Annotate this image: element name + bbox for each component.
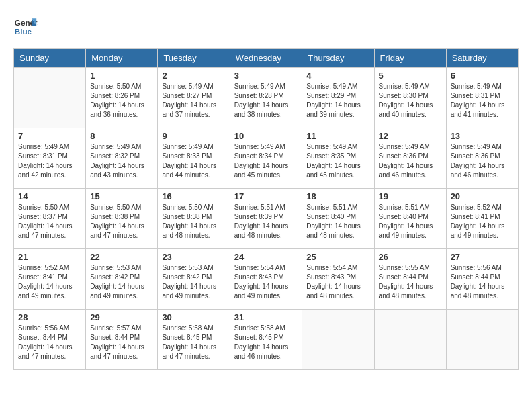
day-number: 2 bbox=[162, 71, 225, 81]
week-row-5: 28Sunrise: 5:56 AMSunset: 8:44 PMDayligh… bbox=[14, 310, 519, 370]
calendar-cell: 30Sunrise: 5:58 AMSunset: 8:45 PMDayligh… bbox=[158, 310, 230, 370]
calendar-cell: 19Sunrise: 5:51 AMSunset: 8:40 PMDayligh… bbox=[374, 189, 446, 249]
day-info: Sunrise: 5:49 AMSunset: 8:30 PMDaylight:… bbox=[379, 82, 442, 120]
week-row-4: 21Sunrise: 5:52 AMSunset: 8:41 PMDayligh… bbox=[14, 249, 519, 310]
svg-text:Blue: Blue bbox=[15, 27, 32, 36]
calendar-table: SundayMondayTuesdayWednesdayThursdayFrid… bbox=[13, 48, 519, 370]
day-number: 11 bbox=[306, 131, 369, 141]
week-row-2: 7Sunrise: 5:49 AMSunset: 8:31 PMDaylight… bbox=[14, 128, 519, 189]
day-number: 15 bbox=[90, 191, 153, 201]
calendar-cell: 27Sunrise: 5:56 AMSunset: 8:44 PMDayligh… bbox=[446, 249, 518, 310]
calendar-cell: 12Sunrise: 5:49 AMSunset: 8:36 PMDayligh… bbox=[374, 128, 446, 189]
day-info: Sunrise: 5:50 AMSunset: 8:37 PMDaylight:… bbox=[18, 203, 81, 240]
day-number: 26 bbox=[379, 252, 442, 262]
calendar-cell: 25Sunrise: 5:54 AMSunset: 8:43 PMDayligh… bbox=[302, 249, 374, 310]
day-info: Sunrise: 5:58 AMSunset: 8:45 PMDaylight:… bbox=[234, 324, 298, 361]
day-header-wednesday: Wednesday bbox=[230, 49, 302, 68]
day-info: Sunrise: 5:51 AMSunset: 8:40 PMDaylight:… bbox=[306, 203, 369, 240]
calendar-cell bbox=[446, 310, 518, 370]
day-info: Sunrise: 5:54 AMSunset: 8:43 PMDaylight:… bbox=[234, 263, 298, 301]
calendar-cell: 15Sunrise: 5:50 AMSunset: 8:38 PMDayligh… bbox=[86, 189, 158, 249]
day-info: Sunrise: 5:49 AMSunset: 8:36 PMDaylight:… bbox=[451, 142, 514, 180]
day-number: 17 bbox=[234, 191, 298, 201]
calendar-cell: 20Sunrise: 5:52 AMSunset: 8:41 PMDayligh… bbox=[446, 189, 518, 249]
day-info: Sunrise: 5:51 AMSunset: 8:40 PMDaylight:… bbox=[379, 203, 442, 240]
day-info: Sunrise: 5:51 AMSunset: 8:39 PMDaylight:… bbox=[234, 203, 298, 240]
calendar-cell: 2Sunrise: 5:49 AMSunset: 8:27 PMDaylight… bbox=[158, 68, 230, 128]
day-info: Sunrise: 5:49 AMSunset: 8:29 PMDaylight:… bbox=[306, 82, 369, 120]
calendar-cell: 3Sunrise: 5:49 AMSunset: 8:28 PMDaylight… bbox=[230, 68, 302, 128]
day-number: 27 bbox=[451, 252, 514, 262]
calendar-cell: 16Sunrise: 5:50 AMSunset: 8:38 PMDayligh… bbox=[158, 189, 230, 249]
calendar-cell: 5Sunrise: 5:49 AMSunset: 8:30 PMDaylight… bbox=[374, 68, 446, 128]
calendar-cell: 1Sunrise: 5:50 AMSunset: 8:26 PMDaylight… bbox=[86, 68, 158, 128]
day-header-monday: Monday bbox=[86, 49, 158, 68]
calendar-header-row: SundayMondayTuesdayWednesdayThursdayFrid… bbox=[14, 49, 519, 68]
day-number: 20 bbox=[451, 191, 514, 201]
calendar-cell: 23Sunrise: 5:53 AMSunset: 8:42 PMDayligh… bbox=[158, 249, 230, 310]
day-header-thursday: Thursday bbox=[302, 49, 374, 68]
day-info: Sunrise: 5:53 AMSunset: 8:42 PMDaylight:… bbox=[90, 263, 153, 301]
calendar-cell: 4Sunrise: 5:49 AMSunset: 8:29 PMDaylight… bbox=[302, 68, 374, 128]
day-info: Sunrise: 5:50 AMSunset: 8:38 PMDaylight:… bbox=[90, 203, 153, 240]
calendar-cell: 18Sunrise: 5:51 AMSunset: 8:40 PMDayligh… bbox=[302, 189, 374, 249]
day-info: Sunrise: 5:56 AMSunset: 8:44 PMDaylight:… bbox=[18, 324, 81, 361]
day-info: Sunrise: 5:49 AMSunset: 8:27 PMDaylight:… bbox=[162, 82, 225, 120]
calendar-cell: 31Sunrise: 5:58 AMSunset: 8:45 PMDayligh… bbox=[230, 310, 302, 370]
day-number: 10 bbox=[234, 131, 298, 141]
day-number: 6 bbox=[451, 71, 514, 81]
calendar-cell: 7Sunrise: 5:49 AMSunset: 8:31 PMDaylight… bbox=[14, 128, 86, 189]
day-info: Sunrise: 5:49 AMSunset: 8:28 PMDaylight:… bbox=[234, 82, 298, 120]
day-header-sunday: Sunday bbox=[14, 49, 86, 68]
logo: General Blue bbox=[13, 13, 40, 38]
day-number: 18 bbox=[306, 191, 369, 201]
calendar-cell: 21Sunrise: 5:52 AMSunset: 8:41 PMDayligh… bbox=[14, 249, 86, 310]
calendar-cell: 28Sunrise: 5:56 AMSunset: 8:44 PMDayligh… bbox=[14, 310, 86, 370]
day-info: Sunrise: 5:55 AMSunset: 8:44 PMDaylight:… bbox=[379, 263, 442, 301]
calendar-cell bbox=[374, 310, 446, 370]
day-info: Sunrise: 5:52 AMSunset: 8:41 PMDaylight:… bbox=[451, 203, 514, 240]
calendar-cell: 22Sunrise: 5:53 AMSunset: 8:42 PMDayligh… bbox=[86, 249, 158, 310]
day-number: 9 bbox=[162, 131, 225, 141]
day-number: 24 bbox=[234, 252, 298, 262]
week-row-1: 1Sunrise: 5:50 AMSunset: 8:26 PMDaylight… bbox=[14, 68, 519, 128]
calendar-cell: 6Sunrise: 5:49 AMSunset: 8:31 PMDaylight… bbox=[446, 68, 518, 128]
day-info: Sunrise: 5:53 AMSunset: 8:42 PMDaylight:… bbox=[162, 263, 225, 301]
day-info: Sunrise: 5:56 AMSunset: 8:44 PMDaylight:… bbox=[451, 263, 514, 301]
day-number: 29 bbox=[90, 312, 153, 322]
calendar-cell: 29Sunrise: 5:57 AMSunset: 8:44 PMDayligh… bbox=[86, 310, 158, 370]
day-number: 13 bbox=[451, 131, 514, 141]
day-number: 12 bbox=[379, 131, 442, 141]
day-info: Sunrise: 5:49 AMSunset: 8:31 PMDaylight:… bbox=[451, 82, 514, 120]
calendar-cell: 8Sunrise: 5:49 AMSunset: 8:32 PMDaylight… bbox=[86, 128, 158, 189]
calendar-cell: 10Sunrise: 5:49 AMSunset: 8:34 PMDayligh… bbox=[230, 128, 302, 189]
day-number: 31 bbox=[234, 312, 298, 322]
week-row-3: 14Sunrise: 5:50 AMSunset: 8:37 PMDayligh… bbox=[14, 189, 519, 249]
day-number: 4 bbox=[306, 71, 369, 81]
day-number: 8 bbox=[90, 131, 153, 141]
day-number: 30 bbox=[162, 312, 225, 322]
calendar-cell: 9Sunrise: 5:49 AMSunset: 8:33 PMDaylight… bbox=[158, 128, 230, 189]
logo-icon: General Blue bbox=[13, 13, 38, 38]
day-number: 16 bbox=[162, 191, 225, 201]
day-number: 5 bbox=[379, 71, 442, 81]
day-number: 28 bbox=[18, 312, 81, 322]
day-info: Sunrise: 5:50 AMSunset: 8:26 PMDaylight:… bbox=[90, 82, 153, 120]
calendar-cell: 11Sunrise: 5:49 AMSunset: 8:35 PMDayligh… bbox=[302, 128, 374, 189]
day-info: Sunrise: 5:52 AMSunset: 8:41 PMDaylight:… bbox=[18, 263, 81, 301]
day-number: 22 bbox=[90, 252, 153, 262]
page-header: General Blue bbox=[13, 13, 519, 38]
day-info: Sunrise: 5:49 AMSunset: 8:31 PMDaylight:… bbox=[18, 142, 81, 180]
day-info: Sunrise: 5:49 AMSunset: 8:32 PMDaylight:… bbox=[90, 142, 153, 180]
calendar-cell: 24Sunrise: 5:54 AMSunset: 8:43 PMDayligh… bbox=[230, 249, 302, 310]
day-info: Sunrise: 5:49 AMSunset: 8:33 PMDaylight:… bbox=[162, 142, 225, 180]
day-number: 7 bbox=[18, 131, 81, 141]
calendar-cell: 14Sunrise: 5:50 AMSunset: 8:37 PMDayligh… bbox=[14, 189, 86, 249]
calendar-cell: 17Sunrise: 5:51 AMSunset: 8:39 PMDayligh… bbox=[230, 189, 302, 249]
day-number: 3 bbox=[234, 71, 298, 81]
day-info: Sunrise: 5:58 AMSunset: 8:45 PMDaylight:… bbox=[162, 324, 225, 361]
day-header-saturday: Saturday bbox=[446, 49, 518, 68]
calendar-cell bbox=[302, 310, 374, 370]
day-header-friday: Friday bbox=[374, 49, 446, 68]
day-info: Sunrise: 5:57 AMSunset: 8:44 PMDaylight:… bbox=[90, 324, 153, 361]
